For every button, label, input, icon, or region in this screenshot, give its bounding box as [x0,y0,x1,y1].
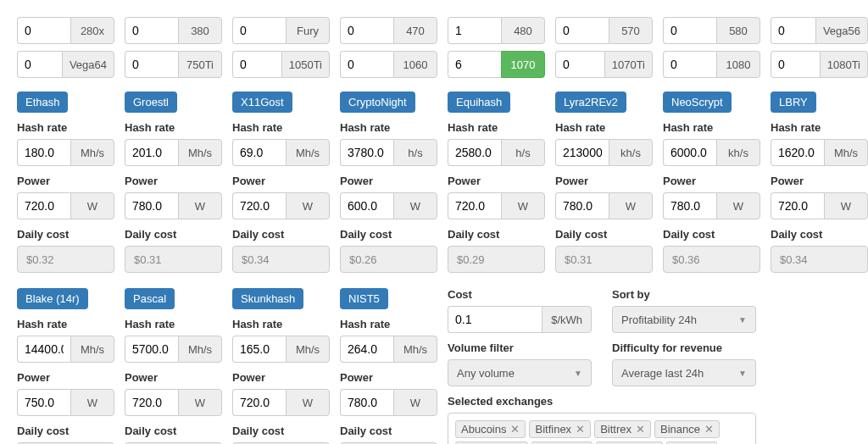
hash-rate-unit: kh/s [609,139,653,166]
power-input[interactable] [232,192,286,219]
daily-cost-value: $0.31 [555,246,653,273]
volume-filter-select[interactable]: Any volume ▼ [448,359,592,386]
power-input[interactable] [555,192,609,219]
hash-rate-input[interactable] [340,336,393,363]
power-label: Power [340,371,437,384]
exchange-tag[interactable]: Bitfinex✕ [529,420,591,438]
algo-button[interactable]: Groestl [125,92,177,113]
gpu-label[interactable]: 380 [178,17,222,44]
algo-button[interactable]: NeoScrypt [663,92,732,113]
daily-cost-label: Daily cost [125,228,222,241]
power-label: Power [448,175,545,187]
exchange-tag[interactable]: Binance✕ [654,420,720,438]
gpu-label[interactable]: 1080Ti [820,51,868,78]
algo-button[interactable]: X11Gost [232,92,292,113]
power-label: Power [663,175,760,187]
gpu-label[interactable]: 1080 [716,51,760,78]
hash-rate-input[interactable] [17,336,70,363]
gpu-count-input[interactable] [232,51,281,78]
gpu-count-input[interactable] [340,51,393,78]
exchange-name: Bitfinex [535,423,571,436]
hash-rate-input[interactable] [555,139,609,166]
algo-button[interactable]: Skunkhash [232,288,303,309]
gpu-label[interactable]: 1050Ti [281,51,330,78]
gpu-count-input[interactable] [125,51,178,78]
gpu-count-input[interactable] [663,51,716,78]
hash-rate-input[interactable] [232,336,286,363]
power-input[interactable] [771,192,824,219]
gpu-label[interactable]: Vega64 [62,51,114,78]
power-input[interactable] [125,192,178,219]
gpu-label[interactable]: 470 [393,17,437,44]
algo-button[interactable]: Lyra2REv2 [555,92,626,113]
power-unit: W [716,192,760,219]
daily-cost-label: Daily cost [17,425,114,437]
hash-rate-input[interactable] [17,139,70,166]
gpu-label[interactable]: 1070 [501,51,545,78]
algo-button[interactable]: CryptoNight [340,92,415,113]
power-input[interactable] [340,389,393,416]
cost-input[interactable] [448,306,542,333]
gpu-input-1050ti: 1050Ti [232,51,330,78]
close-icon[interactable]: ✕ [636,423,645,436]
hash-rate-input[interactable] [125,336,178,363]
gpu-label[interactable]: 280x [70,17,114,44]
gpu-input-1060: 1060 [340,51,437,78]
gpu-count-input[interactable] [448,51,501,78]
gpu-count-input[interactable] [555,17,609,44]
gpu-label[interactable]: 750Ti [178,51,222,78]
gpu-label[interactable]: 570 [609,17,653,44]
power-unit: W [178,192,222,219]
gpu-count-input[interactable] [340,17,393,44]
gpu-count-input[interactable] [232,17,286,44]
sort-by-select[interactable]: Profitability 24h ▼ [612,306,756,333]
gpu-input-1070: 1070 [448,51,545,78]
algo-button[interactable]: Equihash [448,92,510,113]
power-input[interactable] [663,192,716,219]
exchanges-box[interactable]: Abucoins✕Bitfinex✕Bittrex✕Binance✕Crypto… [448,413,756,444]
close-icon[interactable]: ✕ [510,423,520,436]
algo-button[interactable]: NIST5 [340,288,388,309]
hash-rate-input[interactable] [232,139,286,166]
hash-rate-label: Hash rate [771,121,868,134]
gpu-label[interactable]: Vega56 [815,17,868,44]
exchange-tag[interactable]: Bittrex✕ [594,420,651,438]
hash-rate-input[interactable] [448,139,501,166]
power-input[interactable] [17,389,70,416]
gpu-count-input[interactable] [663,17,716,44]
algo-button[interactable]: LBRY [771,92,816,113]
hash-rate-input[interactable] [340,139,393,166]
gpu-count-input[interactable] [771,17,815,44]
gpu-count-input[interactable] [771,51,820,78]
daily-cost-value: $0.26 [340,246,437,273]
hash-rate-label: Hash rate [340,318,437,330]
gpu-label[interactable]: 1060 [393,51,437,78]
daily-cost-value: $0.34 [232,246,330,273]
gpu-label[interactable]: 480 [501,17,545,44]
gpu-label[interactable]: Fury [286,17,330,44]
exchange-tag[interactable]: Abucoins✕ [455,420,526,438]
gpu-input-480: 480 [448,17,545,44]
power-input[interactable] [340,192,393,219]
algo-button[interactable]: Pascal [125,288,175,309]
power-input[interactable] [17,192,70,219]
gpu-count-input[interactable] [448,17,501,44]
gpu-count-input[interactable] [125,17,178,44]
hash-rate-input[interactable] [125,139,178,166]
algo-button[interactable]: Blake (14r) [17,288,88,309]
gpu-count-input[interactable] [17,17,70,44]
gpu-label[interactable]: 1070Ti [604,51,653,78]
close-icon[interactable]: ✕ [576,423,585,436]
power-input[interactable] [125,389,178,416]
hash-rate-input[interactable] [663,139,716,166]
close-icon[interactable]: ✕ [704,423,714,436]
hash-rate-input[interactable] [771,139,824,166]
gpu-count-input[interactable] [555,51,604,78]
power-input[interactable] [448,192,501,219]
gpu-label[interactable]: 580 [716,17,760,44]
gpu-count-input[interactable] [17,51,62,78]
power-input[interactable] [232,389,286,416]
power-label: Power [17,371,114,384]
algo-button[interactable]: Ethash [17,92,68,113]
difficulty-select[interactable]: Average last 24h ▼ [612,359,756,386]
